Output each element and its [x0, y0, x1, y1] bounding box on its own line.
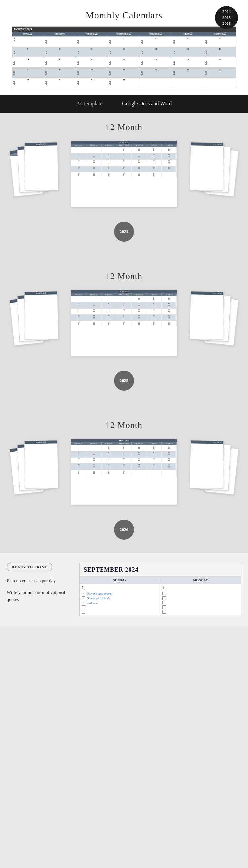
day-wed: WEDNESDAY — [108, 32, 140, 36]
table-row: 262728293031 — [71, 172, 177, 178]
table-row: 12131415161718 — [71, 159, 177, 165]
detail-cell-day2: 2 — [161, 584, 241, 616]
task-text-2: Dinner with friends — [86, 596, 110, 600]
cal-page-near-right: SATURDAY — [190, 142, 224, 191]
day-tue: TUESDAY — [76, 32, 108, 36]
month-section-title: 12 Month — [0, 272, 248, 281]
cal-month-label: JANUARY 2024 — [12, 27, 236, 32]
table-row: 19202122232425 — [71, 165, 177, 172]
table-row: 1234 — [71, 147, 177, 153]
cal-page-center: APRIL 2025 SUNDAY MONDAY TUESDAY WEDNESD… — [71, 439, 177, 505]
table-row: 1 ✓ Doctor's appointment ✓ Dinner with f… — [80, 584, 241, 616]
year-circle-2024: 2024 — [114, 222, 134, 242]
mini-cal-days-header: SUNDAY MONDAY TUESDAY WEDNESDAY THURSDAY… — [71, 442, 177, 444]
mini-cal-month: APRIL 2025 — [71, 439, 177, 442]
calendar-stack-2026: JANUARY 2026 FEBRUARY 2025 MARCH 2026 SA… — [11, 437, 237, 510]
task-checkbox-mon-5 — [162, 610, 166, 614]
table-row: 25262728293031 — [71, 321, 177, 327]
cal-page-near-left: MARCH 2026 — [25, 440, 59, 489]
task-checkbox-mon-3 — [162, 601, 166, 604]
table-row: 567891011 — [71, 153, 177, 159]
cal-page-near-left: MARCH 2024 — [25, 142, 59, 191]
task-line-3: ✓ Call mom — [82, 601, 158, 604]
mini-cal-month: MAY 2024 — [71, 141, 177, 144]
header-section: Monthly Calendars 2024 2025 2026 JANUARY… — [0, 0, 248, 95]
template-type-label: A4 template — [76, 101, 103, 106]
task-line-mon-5 — [162, 610, 239, 614]
task-line-1: ✓ Doctor's appointment — [82, 592, 158, 595]
task-line-4 — [82, 606, 158, 609]
month-section-title: 12 Month — [0, 123, 248, 132]
day-mon: MONDAY — [44, 32, 76, 36]
calendar-preview: JANUARY 2024 SUNDAY MONDAY TUESDAY WEDNE… — [11, 27, 237, 88]
month-section-2025: 12 Month JANUARY 2025 FEBRUARY 2025 MARC… — [0, 255, 248, 404]
mini-cal-days-header: SUNDAY MONDAY TUESDAY WEDNESDAY THURSDAY… — [71, 293, 177, 296]
detail-calendar: SEPTEMBER 2024 SUNDAY MONDAY 1 ✓ Doctor'… — [79, 563, 241, 616]
table-row: 20212223242526 — [71, 463, 177, 470]
cal-page-center: MAY 2025 SUNDAY MONDAY TUESDAY WEDNESDAY… — [71, 290, 177, 356]
table-row: 11121314151617 — [71, 308, 177, 314]
task-checkbox-4 — [82, 606, 85, 609]
feature-text-2: Write your note or motivational quotes — [7, 589, 73, 603]
task-checkbox-mon-1 — [162, 592, 166, 595]
page-title: Monthly Calendars — [7, 10, 241, 21]
cal-days-header: SUNDAY MONDAY TUESDAY WEDNESDAY THURSDAY… — [12, 32, 236, 36]
day-sat: SATURDAY — [204, 32, 236, 36]
task-checkbox-mon-4 — [162, 606, 166, 609]
task-checkbox-2: ✓ — [82, 596, 85, 600]
detail-calendar-panel: SEPTEMBER 2024 SUNDAY MONDAY 1 ✓ Doctor'… — [79, 563, 241, 616]
task-line-2: ✓ Dinner with friends — [82, 596, 158, 600]
col-header-monday: MONDAY — [161, 577, 241, 584]
table-row: 12345 — [71, 444, 177, 451]
day-thu: THURSDAY — [140, 32, 172, 36]
month-section-2024: 12 Month JANUARY 2024 SU MO TU WE TH FR … — [0, 113, 248, 255]
table-row: 6789101112 — [71, 451, 177, 457]
table-row: 13141516171819 — [71, 457, 177, 463]
task-text-3: Call mom — [86, 601, 98, 604]
table-row: 18192021222324 — [71, 314, 177, 321]
year-badge: 2024 2025 2026 — [215, 6, 238, 29]
task-checkbox-1: ✓ — [82, 592, 85, 595]
detail-cell-day1: 1 ✓ Doctor's appointment ✓ Dinner with f… — [80, 584, 161, 616]
table-row: 14 15 16 17 18 19 20 — [12, 57, 236, 67]
month-section-2026: 12 Month JANUARY 2026 FEBRUARY 2025 MARC… — [0, 404, 248, 553]
features-panel: READY TO PRINT Plan up your tasks per da… — [7, 563, 73, 608]
task-line-5 — [82, 610, 158, 614]
task-text-1: Doctor's appointment — [86, 592, 112, 595]
table-row: 21 22 23 24 25 26 27 — [12, 67, 236, 78]
mini-cal-days-header: SUNDAY MONDAY TUESDAY WEDNESDAY THURSDAY… — [71, 144, 177, 147]
table-row: 123 — [71, 296, 177, 302]
app-compatibility-label: Google Docs and Word — [122, 101, 172, 106]
table-row: 1 2 3 4 5 6 — [12, 36, 236, 47]
table-row: 27282930 — [71, 470, 177, 476]
cal-page-center: MAY 2024 SUNDAY MONDAY TUESDAY WEDNESDAY… — [71, 141, 177, 207]
col-header-sunday: SUNDAY — [80, 577, 161, 584]
cal-page-near-left: MARCH 2025 — [25, 291, 59, 340]
table-row: 7 8 9 10 11 12 13 — [12, 47, 236, 57]
year-circle-2025: 2025 — [114, 371, 134, 391]
detail-cal-header: SUNDAY MONDAY — [80, 577, 241, 584]
day-fri: FRIDAY — [172, 32, 204, 36]
feature-bar: A4 template Google Docs and Word — [0, 95, 248, 113]
calendar-stack-2024: JANUARY 2024 SU MO TU WE TH FR SA FEBRUA… — [11, 139, 237, 212]
task-checkbox-3: ✓ — [82, 601, 85, 604]
feature-text-1: Plan up your tasks per day — [7, 577, 73, 584]
detail-cal-month: SEPTEMBER 2024 — [80, 563, 241, 577]
cal-page-near-right: SATURDAY — [190, 440, 224, 489]
task-line-mon-1 — [162, 592, 239, 595]
task-line-mon-2 — [162, 596, 239, 600]
ready-to-print-badge: READY TO PRINT — [7, 563, 52, 571]
year-circle-2026: 2026 — [114, 520, 134, 539]
task-checkbox-5 — [82, 610, 85, 614]
bottom-section: READY TO PRINT Plan up your tasks per da… — [0, 553, 248, 626]
task-line-mon-3 — [162, 601, 239, 604]
calendar-stack-2025: JANUARY 2025 FEBRUARY 2025 MARCH 2025 SA… — [11, 288, 237, 361]
cal-page-near-right: SATURDAY — [190, 291, 224, 340]
task-checkbox-mon-2 — [162, 596, 166, 600]
month-section-title: 12 Month — [0, 421, 248, 430]
task-line-mon-4 — [162, 606, 239, 609]
table-row: 28 29 30 31 — [12, 78, 236, 88]
table-row: 45678910 — [71, 302, 177, 308]
mini-cal-month: MAY 2025 — [71, 290, 177, 293]
day-sun: SUNDAY — [12, 32, 44, 36]
